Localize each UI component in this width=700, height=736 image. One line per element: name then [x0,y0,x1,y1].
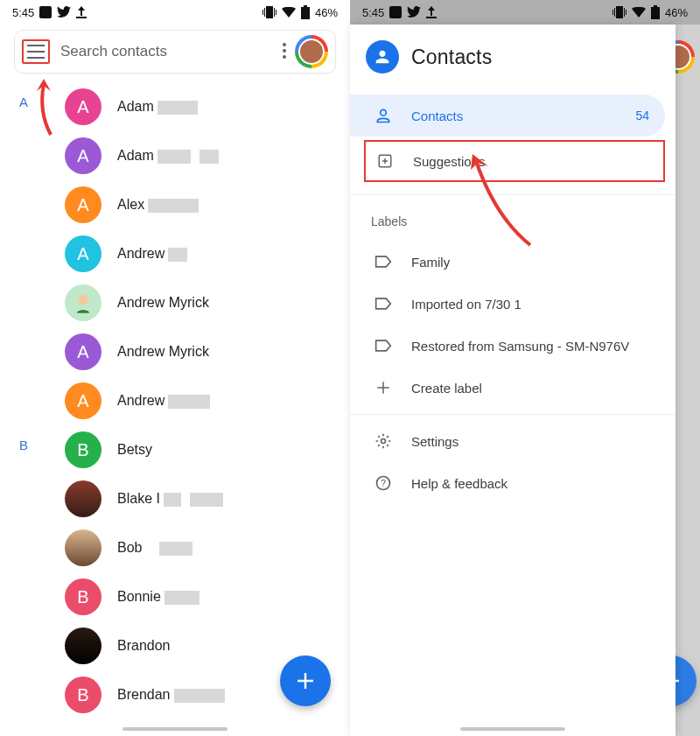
add-contact-fab[interactable] [280,655,331,706]
contact-avatar: B [65,676,102,713]
contact-row[interactable]: Andrew Myrick [0,278,350,327]
contact-name: Andrew Myrick [117,295,209,311]
gear-icon [373,432,394,450]
section-index-a: A [19,95,28,109]
contacts-count: 54 [635,109,649,123]
status-battery: 46% [315,6,338,19]
contact-avatar [65,284,102,321]
nav-item-contacts[interactable]: Contacts 54 [350,95,665,137]
contact-row[interactable]: AAndrew [0,376,350,425]
help-item[interactable]: ? Help & feedback [350,462,676,504]
contact-name: Adam [117,148,219,164]
contact-row[interactable]: Blake I [0,474,350,523]
status-bar: 5:45 46% [0,0,350,25]
svg-point-3 [283,55,286,59]
contact-row[interactable]: AAndrew [0,229,350,278]
person-icon [373,107,394,124]
plus-icon [295,670,316,691]
contact-name: Bob [117,540,192,556]
help-text: Help & feedback [411,476,660,491]
nav-label: Contacts [411,109,635,123]
contact-name: Andrew [117,246,187,262]
phone-right: 5:45 46% Contacts Contacts 54 [350,0,700,736]
plus-icon [373,380,394,396]
label-text: Restored from Samsung - SM-N976V [411,339,660,354]
menu-icon[interactable] [27,45,45,59]
contact-avatar: A [65,137,102,174]
contact-row[interactable]: AAdam [0,82,350,131]
battery-icon [301,5,310,19]
hamburger-highlight [22,39,50,64]
contact-avatar: A [65,235,102,272]
contact-row[interactable]: AAdam [0,131,350,180]
create-label-text: Create label [411,381,660,396]
nav-handle[interactable] [122,727,228,731]
label-icon [373,297,394,311]
divider [350,414,676,415]
contact-avatar: A [65,333,102,370]
label-item[interactable]: Family [350,241,676,283]
label-icon [373,255,394,269]
svg-point-7 [382,439,386,444]
contact-avatar [65,529,102,566]
svg-point-1 [283,43,286,46]
upload-icon [76,6,87,18]
contact-avatar [65,480,102,517]
suggestions-icon [374,153,396,169]
label-text: Family [411,255,660,270]
label-item[interactable]: Imported on 7/30 1 [350,283,676,325]
wifi-icon [282,7,296,18]
contact-avatar: B [65,431,102,468]
nav-item-suggestions[interactable]: Suggestions [364,140,665,182]
contact-name: Brendan [117,687,225,703]
contact-row[interactable]: BBonnie [0,572,350,621]
contact-name: Brandon [117,638,171,654]
contact-name: Blake I [117,491,223,507]
drawer-title: Contacts [411,46,492,69]
contact-avatar: A [65,382,102,419]
settings-item[interactable]: Settings [350,420,676,462]
contact-name: Andrew Myrick [117,344,209,360]
help-icon: ? [373,474,394,492]
contacts-list[interactable]: A B AAdamAAdamAAlexAAndrewAndrew MyrickA… [0,82,350,736]
contact-name: Bonnie [117,589,200,605]
search-bar[interactable]: Search contacts [14,30,336,74]
contact-row[interactable]: Bob [0,523,350,572]
account-avatar[interactable] [295,35,328,68]
contact-avatar: A [65,186,102,223]
more-icon[interactable] [277,38,291,67]
twitter-icon [57,6,71,18]
nav-drawer: Contacts Contacts 54 Suggestions Labels … [350,25,676,736]
phone-left: 5:45 46% Search contacts A B AAdamAAdamA… [0,0,350,736]
vibrate-icon [262,6,276,18]
contacts-app-icon [366,40,399,74]
settings-text: Settings [411,434,660,449]
contact-avatar: B [65,578,102,615]
label-item[interactable]: Restored from Samsung - SM-N976V [350,325,676,367]
svg-point-2 [283,49,286,53]
contact-name: Alex [117,197,199,213]
contact-name: Andrew [117,393,210,409]
contact-row[interactable]: AAndrew Myrick [0,327,350,376]
labels-header: Labels [350,200,676,241]
label-text: Imported on 7/30 1 [411,297,660,312]
contact-row[interactable]: AAlex [0,180,350,229]
nav-label: Suggestions [413,154,648,169]
svg-point-4 [78,295,88,305]
status-time: 5:45 [12,6,34,19]
contact-name: Adam [117,99,198,115]
divider [350,194,676,195]
svg-text:?: ? [381,478,386,488]
search-input[interactable]: Search contacts [60,43,277,60]
contact-avatar: A [65,88,102,125]
svg-rect-0 [39,6,52,18]
drawer-header: Contacts [350,25,676,95]
section-index-b: B [19,438,28,452]
contact-name: Betsy [117,442,152,458]
create-label-item[interactable]: Create label [350,367,676,409]
photos-icon [39,6,52,18]
contact-avatar [65,627,102,664]
contact-row[interactable]: BBetsy [0,425,350,474]
nav-handle[interactable] [460,727,565,731]
label-icon [373,339,394,353]
